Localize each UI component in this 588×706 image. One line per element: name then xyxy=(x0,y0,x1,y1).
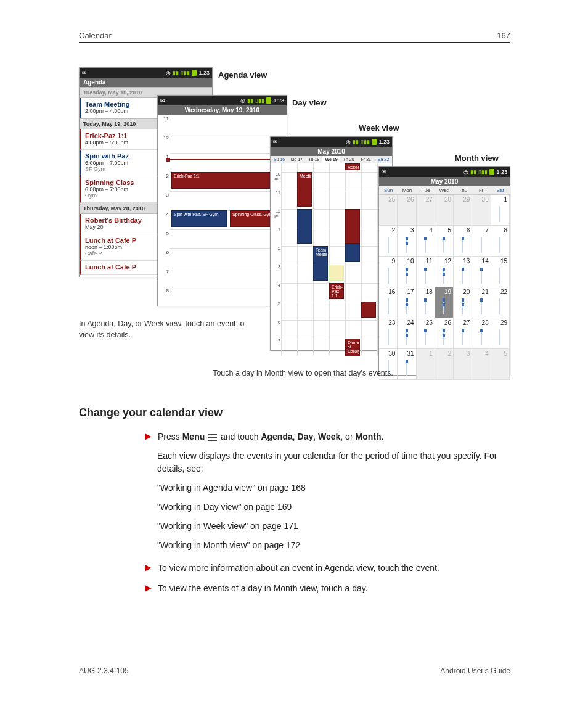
month-day-head: Sun xyxy=(379,186,398,194)
month-cell: 29 xyxy=(454,195,472,226)
hour-label: 4 xyxy=(158,211,169,217)
hour-label: 4 xyxy=(271,283,280,287)
day-event-block[interactable]: Erick-Paz 1:1 xyxy=(171,172,284,189)
week-day-head: Mo 17 xyxy=(288,156,305,163)
hour-label: 5 xyxy=(271,302,280,306)
month-cell[interactable]: 13 xyxy=(454,257,472,287)
week-screenshot: ✉ ◎ ▮▮ ▯▮▮ 1:23 May 2010 Su 16Mo 17Tu 18… xyxy=(270,136,393,351)
week-day-head: Fr 21 xyxy=(357,156,375,163)
month-cell[interactable]: 2 xyxy=(379,226,398,257)
month-cell[interactable]: 29 xyxy=(491,318,510,349)
week-event-block[interactable]: Erick-Paz 1:1 xyxy=(329,283,344,299)
link-week: "Working in Week view" on page 171 xyxy=(157,520,510,533)
month-cell: 5 xyxy=(491,349,510,380)
month-cell: 30 xyxy=(472,195,491,226)
month-cell[interactable]: 11 xyxy=(417,257,435,287)
month-cell[interactable]: 7 xyxy=(472,226,491,257)
day-event-block[interactable]: Spin with Paz, SF Gym xyxy=(171,210,227,227)
week-event-block[interactable] xyxy=(297,209,312,244)
gps-icon: ◎ xyxy=(346,139,351,145)
month-cell: 4 xyxy=(472,349,491,380)
page-header: Calendar 167 xyxy=(79,31,510,43)
month-cell[interactable]: 9 xyxy=(379,257,398,287)
month-cell[interactable]: 26 xyxy=(435,318,454,349)
month-day-head: Tue xyxy=(417,186,435,194)
month-cell[interactable]: 23 xyxy=(379,318,398,349)
month-cell[interactable]: 12 xyxy=(435,257,454,287)
statusbar: ✉ ◎ ▮▮ ▯▮▮ 1:23 xyxy=(379,167,510,177)
month-day-head: Thu xyxy=(454,186,472,194)
hour-label: 11 xyxy=(158,116,169,121)
agenda-title: Agenda xyxy=(80,78,212,87)
month-cell[interactable]: 1 xyxy=(491,195,510,226)
month-day-head: Wed xyxy=(435,186,454,194)
caption-month: Touch a day in Month view to open that d… xyxy=(171,369,393,377)
bars-icon: ▯▮▮ xyxy=(181,70,190,76)
link-day: "Working in Day view" on page 169 xyxy=(157,501,510,514)
week-event-block[interactable]: Meeting xyxy=(297,172,312,207)
week-event-block[interactable] xyxy=(329,265,344,281)
day-title: Wednesday, May 19, 2010 xyxy=(158,105,287,115)
signal-icon: ▮▮ xyxy=(173,70,179,76)
day-screenshot: ✉ ◎ ▮▮ ▯▮▮ 1:23 Wednesday, May 19, 2010 … xyxy=(157,95,287,306)
month-cell[interactable]: 31 xyxy=(398,349,416,380)
month-cell[interactable]: 14 xyxy=(472,257,491,287)
month-cell: 1 xyxy=(417,349,435,380)
month-cell[interactable]: 4 xyxy=(417,226,435,257)
month-cell[interactable]: 3 xyxy=(398,226,416,257)
battery-icon xyxy=(489,169,494,175)
hour-label: 10 am xyxy=(271,172,280,181)
month-cell[interactable]: 24 xyxy=(398,318,416,349)
battery-icon xyxy=(372,139,377,145)
month-cell[interactable]: 20 xyxy=(454,287,472,318)
month-cell[interactable]: 5 xyxy=(435,226,454,257)
bullet-arrow-icon: ▶ xyxy=(145,582,152,595)
label-month-view: Month view xyxy=(455,154,499,163)
bars-icon: ▯▮▮ xyxy=(255,97,264,104)
link-month: "Working in Month view" on page 172 xyxy=(157,539,510,552)
hour-label: 6 xyxy=(158,250,169,255)
instruction-touch-event: To view more information about an event … xyxy=(158,562,439,575)
month-cell[interactable]: 25 xyxy=(417,318,435,349)
month-cell[interactable]: 19 xyxy=(435,287,454,318)
signal-icon: ▮▮ xyxy=(470,169,476,175)
month-cell[interactable]: 16 xyxy=(379,287,398,318)
month-cell[interactable]: 27 xyxy=(454,318,472,349)
hour-label: 3 xyxy=(271,265,280,269)
week-event-block[interactable]: Team Meeting xyxy=(313,246,328,281)
mail-icon: ✉ xyxy=(382,169,386,175)
hour-label: 7 xyxy=(271,339,280,343)
instruction-touch-day: To view the events of a day in Month vie… xyxy=(158,582,368,595)
month-cell: 28 xyxy=(435,195,454,226)
month-screenshot: ✉ ◎ ▮▮ ▯▮▮ 1:23 May 2010 SunMonTueWedThu… xyxy=(378,166,510,376)
instruction-press-menu: Press Menu and touch Agenda, Day, Week, … xyxy=(158,430,383,443)
statusbar: ✉ ◎ ▮▮ ▯▮▮ 1:23 xyxy=(158,96,287,105)
month-cell[interactable]: 15 xyxy=(491,257,510,287)
week-event-block[interactable] xyxy=(361,302,376,318)
status-time: 1:23 xyxy=(198,70,210,76)
hour-label: 8 xyxy=(158,288,169,293)
gps-icon: ◎ xyxy=(240,97,245,104)
hour-label: 2 xyxy=(158,173,169,179)
month-cell[interactable]: 8 xyxy=(491,226,510,257)
week-allday-event[interactable]: Robert xyxy=(345,163,360,170)
month-cell[interactable]: 18 xyxy=(417,287,435,318)
status-time: 1:23 xyxy=(273,97,284,104)
week-day-head: We 19 xyxy=(322,156,340,163)
bullet-arrow-icon: ▶ xyxy=(145,562,152,575)
month-day-head: Fri xyxy=(472,186,491,194)
week-day-headers: Su 16Mo 17Tu 18We 19Th 20Fr 21Sa 22 xyxy=(271,156,392,163)
menu-icon xyxy=(208,434,217,441)
bullet-arrow-icon: ▶ xyxy=(145,430,152,443)
month-day-head: Mon xyxy=(398,186,416,194)
month-cell[interactable]: 28 xyxy=(472,318,491,349)
month-cell[interactable]: 17 xyxy=(398,287,416,318)
week-event-block[interactable]: Dinner at Caroly xyxy=(345,339,360,356)
month-cell[interactable]: 21 xyxy=(472,287,491,318)
week-event-block[interactable] xyxy=(345,209,360,244)
month-cell[interactable]: 10 xyxy=(398,257,416,287)
month-cell[interactable]: 6 xyxy=(454,226,472,257)
footer-doc-id: AUG-2.3.4-105 xyxy=(79,667,129,675)
gps-icon: ◎ xyxy=(463,169,468,175)
month-cell[interactable]: 22 xyxy=(491,287,510,318)
